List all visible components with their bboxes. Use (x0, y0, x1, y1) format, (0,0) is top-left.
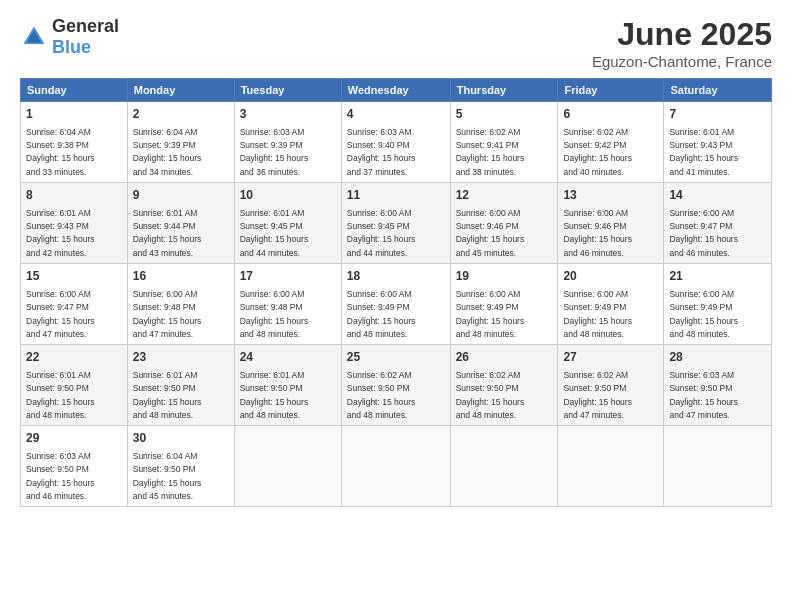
day-number: 26 (456, 349, 553, 366)
day-number: 5 (456, 106, 553, 123)
day-info: Sunrise: 6:02 AMSunset: 9:50 PMDaylight:… (563, 370, 632, 420)
calendar-day-19: 19Sunrise: 6:00 AMSunset: 9:49 PMDayligh… (450, 264, 558, 345)
day-number: 9 (133, 187, 229, 204)
day-number: 15 (26, 268, 122, 285)
logo-general: General (52, 16, 119, 36)
day-number: 11 (347, 187, 445, 204)
logo-icon (20, 23, 48, 51)
calendar-day-13: 13Sunrise: 6:00 AMSunset: 9:46 PMDayligh… (558, 183, 664, 264)
calendar-day-10: 10Sunrise: 6:01 AMSunset: 9:45 PMDayligh… (234, 183, 341, 264)
calendar-day-empty (450, 426, 558, 507)
title-area: June 2025 Eguzon-Chantome, France (592, 16, 772, 70)
day-number: 20 (563, 268, 658, 285)
day-info: Sunrise: 6:00 AMSunset: 9:47 PMDaylight:… (669, 208, 738, 258)
logo-blue: Blue (52, 37, 91, 57)
calendar-day-15: 15Sunrise: 6:00 AMSunset: 9:47 PMDayligh… (21, 264, 128, 345)
day-number: 21 (669, 268, 766, 285)
calendar-day-empty (234, 426, 341, 507)
calendar-week-3: 15Sunrise: 6:00 AMSunset: 9:47 PMDayligh… (21, 264, 772, 345)
day-number: 17 (240, 268, 336, 285)
calendar-week-4: 22Sunrise: 6:01 AMSunset: 9:50 PMDayligh… (21, 345, 772, 426)
calendar-day-21: 21Sunrise: 6:00 AMSunset: 9:49 PMDayligh… (664, 264, 772, 345)
calendar-day-24: 24Sunrise: 6:01 AMSunset: 9:50 PMDayligh… (234, 345, 341, 426)
logo: General Blue (20, 16, 119, 58)
header-friday: Friday (558, 79, 664, 102)
day-info: Sunrise: 6:00 AMSunset: 9:49 PMDaylight:… (456, 289, 525, 339)
day-info: Sunrise: 6:01 AMSunset: 9:50 PMDaylight:… (26, 370, 95, 420)
day-info: Sunrise: 6:01 AMSunset: 9:50 PMDaylight:… (133, 370, 202, 420)
calendar-header: Sunday Monday Tuesday Wednesday Thursday… (21, 79, 772, 102)
day-info: Sunrise: 6:03 AMSunset: 9:50 PMDaylight:… (669, 370, 738, 420)
header-monday: Monday (127, 79, 234, 102)
day-info: Sunrise: 6:00 AMSunset: 9:49 PMDaylight:… (347, 289, 416, 339)
header-saturday: Saturday (664, 79, 772, 102)
location-title: Eguzon-Chantome, France (592, 53, 772, 70)
day-info: Sunrise: 6:04 AMSunset: 9:50 PMDaylight:… (133, 451, 202, 501)
calendar-day-26: 26Sunrise: 6:02 AMSunset: 9:50 PMDayligh… (450, 345, 558, 426)
day-info: Sunrise: 6:04 AMSunset: 9:38 PMDaylight:… (26, 127, 95, 177)
calendar-day-4: 4Sunrise: 6:03 AMSunset: 9:40 PMDaylight… (341, 102, 450, 183)
day-info: Sunrise: 6:00 AMSunset: 9:47 PMDaylight:… (26, 289, 95, 339)
day-number: 6 (563, 106, 658, 123)
day-info: Sunrise: 6:02 AMSunset: 9:50 PMDaylight:… (347, 370, 416, 420)
day-number: 28 (669, 349, 766, 366)
calendar-day-29: 29Sunrise: 6:03 AMSunset: 9:50 PMDayligh… (21, 426, 128, 507)
header-thursday: Thursday (450, 79, 558, 102)
calendar-day-17: 17Sunrise: 6:00 AMSunset: 9:48 PMDayligh… (234, 264, 341, 345)
page: General Blue June 2025 Eguzon-Chantome, … (0, 0, 792, 612)
header-tuesday: Tuesday (234, 79, 341, 102)
calendar-week-2: 8Sunrise: 6:01 AMSunset: 9:43 PMDaylight… (21, 183, 772, 264)
calendar-day-14: 14Sunrise: 6:00 AMSunset: 9:47 PMDayligh… (664, 183, 772, 264)
calendar-day-empty (664, 426, 772, 507)
day-info: Sunrise: 6:01 AMSunset: 9:43 PMDaylight:… (669, 127, 738, 177)
calendar-day-empty (558, 426, 664, 507)
day-info: Sunrise: 6:01 AMSunset: 9:45 PMDaylight:… (240, 208, 309, 258)
day-number: 10 (240, 187, 336, 204)
calendar-day-5: 5Sunrise: 6:02 AMSunset: 9:41 PMDaylight… (450, 102, 558, 183)
calendar-day-27: 27Sunrise: 6:02 AMSunset: 9:50 PMDayligh… (558, 345, 664, 426)
calendar-day-8: 8Sunrise: 6:01 AMSunset: 9:43 PMDaylight… (21, 183, 128, 264)
month-title: June 2025 (592, 16, 772, 53)
day-info: Sunrise: 6:00 AMSunset: 9:49 PMDaylight:… (563, 289, 632, 339)
day-info: Sunrise: 6:01 AMSunset: 9:43 PMDaylight:… (26, 208, 95, 258)
calendar-day-25: 25Sunrise: 6:02 AMSunset: 9:50 PMDayligh… (341, 345, 450, 426)
day-info: Sunrise: 6:00 AMSunset: 9:45 PMDaylight:… (347, 208, 416, 258)
day-number: 13 (563, 187, 658, 204)
calendar-day-12: 12Sunrise: 6:00 AMSunset: 9:46 PMDayligh… (450, 183, 558, 264)
logo-text: General Blue (52, 16, 119, 58)
calendar-week-5: 29Sunrise: 6:03 AMSunset: 9:50 PMDayligh… (21, 426, 772, 507)
day-number: 2 (133, 106, 229, 123)
calendar-day-9: 9Sunrise: 6:01 AMSunset: 9:44 PMDaylight… (127, 183, 234, 264)
day-number: 3 (240, 106, 336, 123)
day-info: Sunrise: 6:00 AMSunset: 9:46 PMDaylight:… (563, 208, 632, 258)
day-info: Sunrise: 6:03 AMSunset: 9:50 PMDaylight:… (26, 451, 95, 501)
day-info: Sunrise: 6:00 AMSunset: 9:48 PMDaylight:… (133, 289, 202, 339)
day-number: 18 (347, 268, 445, 285)
day-number: 14 (669, 187, 766, 204)
calendar-body: 1Sunrise: 6:04 AMSunset: 9:38 PMDaylight… (21, 102, 772, 507)
calendar-day-2: 2Sunrise: 6:04 AMSunset: 9:39 PMDaylight… (127, 102, 234, 183)
calendar-day-11: 11Sunrise: 6:00 AMSunset: 9:45 PMDayligh… (341, 183, 450, 264)
day-info: Sunrise: 6:02 AMSunset: 9:41 PMDaylight:… (456, 127, 525, 177)
day-number: 29 (26, 430, 122, 447)
calendar-day-30: 30Sunrise: 6:04 AMSunset: 9:50 PMDayligh… (127, 426, 234, 507)
calendar-day-7: 7Sunrise: 6:01 AMSunset: 9:43 PMDaylight… (664, 102, 772, 183)
calendar-day-18: 18Sunrise: 6:00 AMSunset: 9:49 PMDayligh… (341, 264, 450, 345)
calendar-day-6: 6Sunrise: 6:02 AMSunset: 9:42 PMDaylight… (558, 102, 664, 183)
calendar-day-23: 23Sunrise: 6:01 AMSunset: 9:50 PMDayligh… (127, 345, 234, 426)
day-number: 19 (456, 268, 553, 285)
header-row: Sunday Monday Tuesday Wednesday Thursday… (21, 79, 772, 102)
day-info: Sunrise: 6:02 AMSunset: 9:42 PMDaylight:… (563, 127, 632, 177)
day-info: Sunrise: 6:03 AMSunset: 9:39 PMDaylight:… (240, 127, 309, 177)
day-info: Sunrise: 6:00 AMSunset: 9:49 PMDaylight:… (669, 289, 738, 339)
day-number: 24 (240, 349, 336, 366)
day-number: 7 (669, 106, 766, 123)
day-number: 22 (26, 349, 122, 366)
calendar-week-1: 1Sunrise: 6:04 AMSunset: 9:38 PMDaylight… (21, 102, 772, 183)
day-info: Sunrise: 6:01 AMSunset: 9:50 PMDaylight:… (240, 370, 309, 420)
calendar-day-16: 16Sunrise: 6:00 AMSunset: 9:48 PMDayligh… (127, 264, 234, 345)
day-number: 27 (563, 349, 658, 366)
day-number: 12 (456, 187, 553, 204)
calendar-day-empty (341, 426, 450, 507)
day-info: Sunrise: 6:02 AMSunset: 9:50 PMDaylight:… (456, 370, 525, 420)
